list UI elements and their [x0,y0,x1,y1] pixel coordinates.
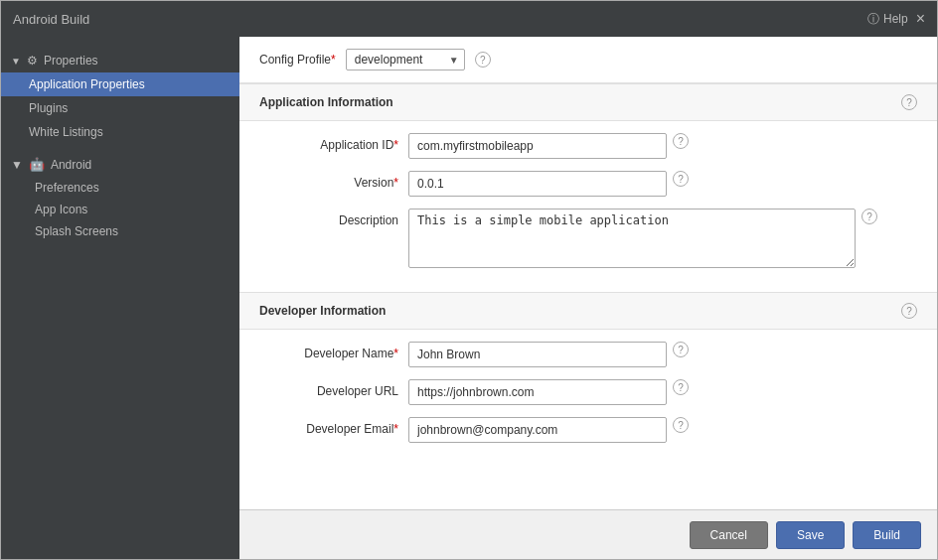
developer-information-title: Developer Information [259,304,386,318]
title-bar-actions: ⓘ Help × [867,11,925,28]
developer-name-input[interactable] [408,342,667,367]
help-button[interactable]: ⓘ Help [867,11,908,28]
help-label: Help [883,12,908,26]
android-arrow-icon: ▼ [11,158,23,172]
application-id-label: Application ID* [259,133,398,152]
application-id-row: Application ID* ? [259,133,917,159]
sidebar: ▼ ⚙ Properties Application Properties Pl… [1,37,239,559]
config-profile-label: Config Profile* [259,53,336,67]
config-profile-select[interactable]: development staging production [346,49,465,70]
version-row: Version* ? [259,171,917,197]
content-scroll[interactable]: Config Profile* development staging prod… [239,37,937,509]
android-build-dialog: Android Build ⓘ Help × ▼ ⚙ Properties Ap… [0,0,938,560]
dialog-title: Android Build [13,12,89,27]
build-button[interactable]: Build [853,521,921,549]
description-input-wrapper: This is a simple mobile application ? [408,209,917,268]
properties-arrow-icon: ▼ [11,56,21,67]
version-input[interactable] [408,171,667,197]
config-profile-select-wrapper: development staging production ▼ [346,49,465,70]
sidebar-item-white-listings[interactable]: White Listings [1,120,239,144]
version-input-wrapper: ? [408,171,917,197]
sidebar-sub-item-label: Preferences [35,181,99,195]
description-row: Description This is a simple mobile appl… [259,209,917,268]
application-information-form: Application ID* ? Version* [239,121,937,292]
description-label: Description [259,209,398,227]
help-circle-icon: ⓘ [867,11,879,28]
developer-information-header: Developer Information ? [239,292,937,330]
footer-bar: Cancel Save Build [239,509,937,559]
content-panel: Config Profile* development staging prod… [239,37,937,559]
developer-email-input[interactable] [408,417,667,443]
sidebar-item-preferences[interactable]: Preferences [1,177,239,199]
developer-name-row: Developer Name* ? [259,342,917,367]
android-group: ▼ 🤖 Android Preferences App Icons Splash… [1,152,239,242]
android-label: Android [51,158,91,172]
android-icon: 🤖 [29,157,45,172]
developer-url-input-wrapper: ? [408,379,917,405]
developer-name-label: Developer Name* [259,342,398,360]
sidebar-sub-item-label: App Icons [35,203,87,216]
main-content: ▼ ⚙ Properties Application Properties Pl… [1,37,937,559]
description-help-icon[interactable]: ? [861,209,877,224]
android-group-header[interactable]: ▼ 🤖 Android [1,152,239,177]
properties-group-label: Properties [44,54,98,68]
sidebar-item-label: Application Properties [29,77,145,91]
developer-email-input-wrapper: ? [408,417,917,443]
developer-name-input-wrapper: ? [408,342,917,367]
developer-url-help-icon[interactable]: ? [673,379,689,395]
title-bar: Android Build ⓘ Help × [1,1,937,37]
sidebar-item-label: Plugins [29,101,68,115]
sidebar-item-application-properties[interactable]: Application Properties [1,72,239,96]
close-button[interactable]: × [916,11,925,27]
application-information-header: Application Information ? [239,83,937,121]
developer-information-help-icon[interactable]: ? [901,303,917,319]
developer-email-label: Developer Email* [259,417,398,436]
developer-url-row: Developer URL ? [259,379,917,405]
developer-url-label: Developer URL [259,379,398,398]
developer-information-form: Developer Name* ? Developer URL [239,330,937,467]
application-id-input-wrapper: ? [408,133,917,159]
version-help-icon[interactable]: ? [673,171,689,187]
settings-icon: ⚙ [27,54,38,68]
sidebar-item-plugins[interactable]: Plugins [1,96,239,120]
developer-email-help-icon[interactable]: ? [673,417,689,433]
developer-url-input[interactable] [408,379,667,405]
developer-email-row: Developer Email* ? [259,417,917,443]
config-profile-row: Config Profile* development staging prod… [239,37,937,83]
description-textarea[interactable]: This is a simple mobile application [408,209,856,268]
properties-group-header[interactable]: ▼ ⚙ Properties [1,49,239,72]
save-button[interactable]: Save [776,521,845,549]
application-information-title: Application Information [259,95,393,109]
application-id-help-icon[interactable]: ? [673,133,689,149]
sidebar-item-label: White Listings [29,125,103,139]
close-icon: × [916,10,925,27]
version-label: Version* [259,171,398,190]
application-id-input[interactable] [408,133,667,159]
application-information-help-icon[interactable]: ? [901,94,917,110]
sidebar-item-app-icons[interactable]: App Icons [1,199,239,220]
sidebar-sub-item-label: Splash Screens [35,224,118,238]
config-profile-help-icon[interactable]: ? [475,52,491,68]
developer-name-help-icon[interactable]: ? [673,342,689,357]
cancel-button[interactable]: Cancel [690,521,768,549]
sidebar-item-splash-screens[interactable]: Splash Screens [1,220,239,242]
properties-group: ▼ ⚙ Properties Application Properties Pl… [1,45,239,148]
